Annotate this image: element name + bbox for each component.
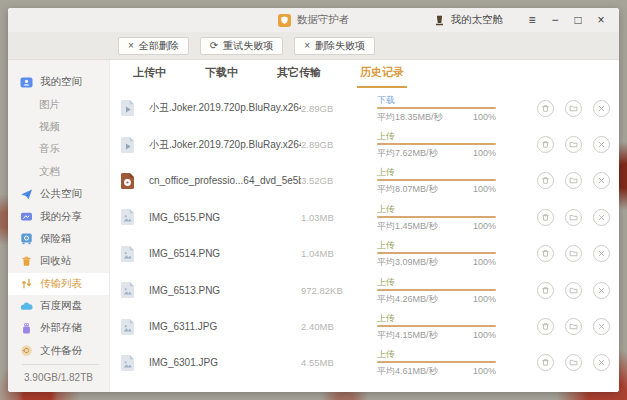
progress-percent: 100% (473, 112, 496, 122)
account-entry[interactable]: 我的太空舱 (433, 13, 504, 27)
delete-record-button[interactable] (537, 136, 554, 153)
remove-button[interactable] (593, 282, 610, 299)
sidebar-item-label: 传输列表 (40, 277, 82, 291)
maximize-button[interactable]: □ (570, 9, 586, 31)
open-folder-button[interactable] (565, 354, 582, 371)
sidebar-item-文档[interactable]: 文档 (8, 161, 109, 183)
sidebar-item-external-storage[interactable]: 外部存储 (8, 317, 109, 339)
remove-button[interactable] (593, 172, 610, 189)
remove-button[interactable] (593, 318, 610, 335)
delete-record-button[interactable] (537, 354, 554, 371)
open-folder-button[interactable] (565, 318, 582, 335)
menu-icon[interactable]: ≡ (524, 9, 540, 31)
open-folder-button[interactable] (565, 245, 582, 262)
remove-button[interactable] (593, 354, 610, 371)
image-file-icon (120, 281, 136, 299)
delete-record-button[interactable] (537, 100, 554, 117)
transfer-meta: 平均4.26MB/秒 100% (377, 294, 496, 304)
tab-label: 其它传输 (277, 66, 321, 78)
baidu-netdisk-icon (20, 300, 33, 313)
sidebar-divider (22, 364, 99, 365)
row-actions (537, 354, 619, 371)
close-button[interactable]: × (593, 9, 609, 31)
toolbar-button[interactable]: × 全部删除 (118, 37, 189, 55)
open-folder-button[interactable] (565, 172, 582, 189)
transfer-row[interactable]: IMG_6514.PNG 1.04MB 上传 平均3.09MB/秒 100% (110, 236, 619, 272)
progress-percent: 100% (473, 148, 496, 158)
transfer-row[interactable]: IMG_6311.JPG 2.40MB 上传 平均4.15MB/秒 100% (110, 308, 619, 344)
iso-file-icon (120, 172, 136, 190)
progress-bar (377, 107, 496, 109)
file-backup-icon (20, 344, 33, 357)
sidebar-item-label: 回收站 (40, 254, 72, 268)
remove-button[interactable] (593, 245, 610, 262)
title-right-group: 我的太空舱 ≡ − □ × (433, 9, 620, 31)
transfer-row[interactable]: 小丑.Joker.2019.720p.BluRay.x264.AC3.mkv 2… (110, 90, 619, 126)
row-actions (537, 282, 619, 299)
remove-button[interactable] (593, 209, 610, 226)
transfer-row[interactable]: IMG_6515.PNG 1.03MB 上传 平均1.45MB/秒 100% (110, 199, 619, 235)
window-body: 我的空间 图片 视频 音乐 文档 公共空间 我的分享 保险箱 回收站 传输列表 (8, 60, 619, 392)
sidebar-item-recycle-bin[interactable]: 回收站 (8, 250, 109, 272)
transfer-direction: 上传 (377, 240, 496, 250)
transfer-row[interactable]: IMG_6301.JPG 4.55MB 上传 平均4.61MB/秒 100% (110, 345, 619, 381)
file-name: IMG_6513.PNG (149, 285, 301, 296)
transfer-status: 上传 平均1.45MB/秒 100% (377, 204, 496, 231)
transfer-meta: 平均4.61MB/秒 100% (377, 366, 496, 376)
tab-上传中[interactable]: 上传中 (130, 60, 169, 88)
transfer-row[interactable]: 小丑.Joker.2019.720p.BluRay.x264.AC3.mkv 2… (110, 126, 619, 162)
row-actions (537, 136, 619, 153)
sidebar-item-视频[interactable]: 视频 (8, 116, 109, 138)
tab-历史记录[interactable]: 历史记录 (357, 60, 407, 88)
transfer-row[interactable]: cn_office_professio...64_dvd_5e5be643.is… (110, 163, 619, 199)
app-title: 数据守护者 (297, 13, 350, 27)
progress-bar (377, 143, 496, 145)
remove-button[interactable] (593, 136, 610, 153)
delete-record-button[interactable] (537, 172, 554, 189)
progress-bar (377, 179, 496, 181)
open-folder-button[interactable] (565, 282, 582, 299)
toolbar-button[interactable]: × 删除失败项 (294, 37, 375, 55)
remove-button[interactable] (593, 100, 610, 117)
image-file-icon (120, 354, 136, 372)
transfer-direction: 上传 (377, 204, 496, 214)
tab-下载中[interactable]: 下载中 (202, 60, 241, 88)
sidebar-item-my-share[interactable]: 我的分享 (8, 205, 109, 227)
progress-percent: 100% (473, 330, 496, 340)
average-speed: 平均7.62MB/秒 (377, 148, 438, 158)
row-actions (537, 245, 619, 262)
transfer-status: 上传 平均4.15MB/秒 100% (377, 313, 496, 340)
open-folder-button[interactable] (565, 136, 582, 153)
file-size: 1.03MB (301, 212, 377, 223)
delete-record-button[interactable] (537, 209, 554, 226)
sidebar-item-图片[interactable]: 图片 (8, 93, 109, 115)
file-name: 小丑.Joker.2019.720p.BluRay.x264.AC3.mkv (149, 138, 301, 152)
video-file-icon (120, 99, 136, 117)
sidebar-item-public-space[interactable]: 公共空间 (8, 183, 109, 205)
desktop: { "window": { "title": "数据守护者", "account… (0, 0, 627, 400)
delete-record-button[interactable] (537, 318, 554, 335)
sidebar-item-file-backup[interactable]: 文件备份 (8, 340, 109, 362)
delete-record-button[interactable] (537, 282, 554, 299)
transfer-status: 上传 平均8.07MB/秒 100% (377, 167, 496, 194)
transfer-meta: 平均4.15MB/秒 100% (377, 330, 496, 340)
transfer-row[interactable]: IMG_6513.PNG 972.82KB 上传 平均4.26MB/秒 100% (110, 272, 619, 308)
sidebar-item-音乐[interactable]: 音乐 (8, 138, 109, 160)
image-file-icon (120, 318, 136, 336)
delete-record-button[interactable] (537, 245, 554, 262)
progress-bar (377, 289, 496, 291)
sidebar-item-baidu-netdisk[interactable]: 百度网盘 (8, 295, 109, 317)
open-folder-button[interactable] (565, 100, 582, 117)
tab-其它传输[interactable]: 其它传输 (274, 60, 324, 88)
sidebar-item-my-space[interactable]: 我的空间 (8, 71, 109, 93)
progress-percent: 100% (473, 221, 496, 231)
toolbar-button[interactable]: ⟳ 重试失败项 (200, 37, 283, 55)
minimize-button[interactable]: − (547, 9, 563, 31)
transfer-status: 上传 平均3.09MB/秒 100% (377, 240, 496, 267)
my-space-icon (20, 76, 33, 89)
sidebar-item-safe-box[interactable]: 保险箱 (8, 228, 109, 250)
app-window: 数据守护者 我的太空舱 ≡ − □ × × 全部删除 ⟳ 重试失败项 × 删除失… (8, 8, 619, 392)
transfer-status: 上传 平均4.61MB/秒 100% (377, 349, 496, 376)
sidebar-item-transfer-list[interactable]: 传输列表 (8, 273, 109, 295)
open-folder-button[interactable] (565, 209, 582, 226)
